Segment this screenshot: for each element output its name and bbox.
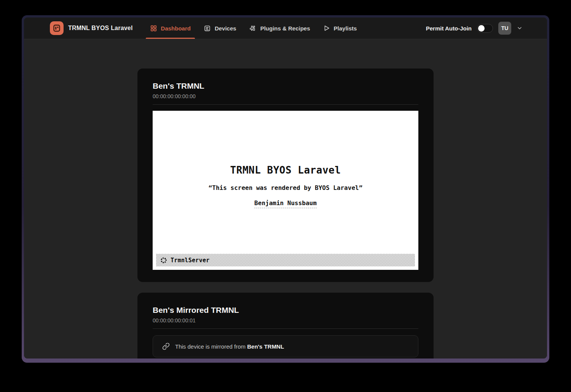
top-navbar: TRMNL BYOS Laravel Dashboard (24, 18, 547, 39)
puzzle-icon (249, 25, 257, 32)
link-icon (162, 343, 170, 350)
app-window: TRMNL BYOS Laravel Dashboard (22, 15, 549, 363)
device-screen-preview: TRMNL BYOS Laravel “This screen was rend… (153, 111, 418, 270)
device-name: Ben's TRMNL (153, 81, 418, 91)
screen-title: TRMNL BYOS Laravel (153, 164, 418, 176)
tab-devices[interactable]: Devices (197, 18, 243, 39)
screen-badge-label: TrmnlServer (171, 257, 210, 264)
play-icon (323, 25, 330, 32)
toggle-knob (478, 25, 485, 32)
screen-text-block: TRMNL BYOS Laravel “This screen was rend… (153, 164, 418, 208)
screen-quote: “This screen was rendered by BYOS Larave… (153, 184, 418, 191)
tab-plugins-recipes-label: Plugins & Recipes (260, 25, 310, 32)
trmnl-logo-icon (50, 21, 64, 35)
app-window-inner: TRMNL BYOS Laravel Dashboard (24, 18, 547, 359)
brand-title: TRMNL BYOS Laravel (68, 25, 133, 32)
mirror-source-device: Ben's TRMNL (247, 343, 284, 350)
mirror-notice: This device is mirrored from Ben's TRMNL (153, 335, 418, 357)
device-card-bens-trmnl: Ben's TRMNL 00:00:00:00:00:00 TRMNL BYOS… (137, 69, 434, 282)
card-divider (153, 104, 418, 105)
tab-playlists-label: Playlists (334, 25, 357, 32)
device-mac-address: 00:00:00:00:00:01 (153, 317, 418, 323)
nav-right: Permit Auto-Join TU (426, 18, 523, 39)
tab-plugins-recipes[interactable]: Plugins & Recipes (243, 18, 317, 39)
nav-tabs: Dashboard Devices (144, 18, 364, 39)
device-name: Ben's Mirrored TRMNL (153, 306, 418, 315)
screen-author-wrap: Benjamin Nussbaum (153, 199, 418, 208)
device-card-bens-mirrored-trmnl: Ben's Mirrored TRMNL 00:00:00:00:00:01 T… (137, 293, 434, 359)
tab-dashboard[interactable]: Dashboard (144, 18, 197, 39)
brand: TRMNL BYOS Laravel (50, 18, 133, 39)
mirror-notice-text: This device is mirrored from Ben's TRMNL (175, 343, 284, 350)
tab-playlists[interactable]: Playlists (317, 18, 364, 39)
dashboard-grid-icon (150, 25, 157, 32)
screen-title-bar: TrmnlServer (156, 254, 415, 266)
tab-dashboard-label: Dashboard (161, 25, 191, 32)
chevron-down-icon[interactable] (517, 25, 523, 31)
card-divider (153, 328, 418, 329)
screen-author-link[interactable]: Benjamin Nussbaum (254, 199, 317, 208)
spinner-icon (160, 257, 167, 264)
devices-icon (204, 25, 211, 32)
device-mac-address: 00:00:00:00:00:00 (153, 93, 418, 99)
user-avatar[interactable]: TU (498, 22, 511, 35)
tab-devices-label: Devices (215, 25, 236, 32)
permit-auto-join-label: Permit Auto-Join (426, 25, 472, 32)
main-content: Ben's TRMNL 00:00:00:00:00:00 TRMNL BYOS… (24, 39, 547, 359)
permit-auto-join-toggle[interactable] (477, 24, 493, 33)
